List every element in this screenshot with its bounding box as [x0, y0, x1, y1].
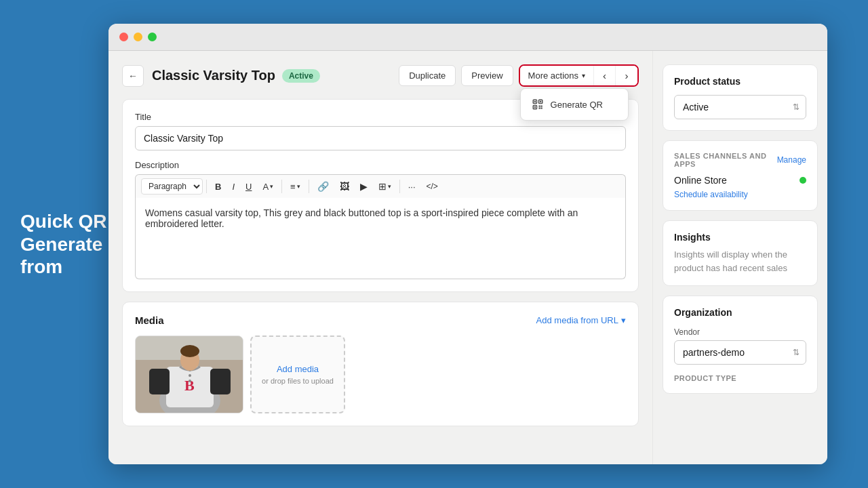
online-store-name: Online Store — [674, 175, 727, 186]
header-actions: Duplicate Preview More actions ▾ ‹ › — [399, 64, 639, 87]
svg-rect-4 — [540, 101, 541, 102]
more-actions-area: More actions ▾ ‹ › — [519, 64, 639, 87]
more-button[interactable]: ··· — [403, 179, 420, 195]
svg-rect-5 — [534, 106, 535, 108]
add-media-label: Add media from URL — [536, 315, 618, 325]
paragraph-select[interactable]: Paragraph — [141, 178, 203, 195]
sales-channels-title: SALES CHANNELS AND APPS — [674, 152, 777, 168]
traffic-lights — [119, 33, 157, 41]
tl-yellow[interactable] — [134, 33, 142, 41]
add-media-cta: Add media — [277, 364, 319, 374]
svg-text:B: B — [184, 377, 195, 394]
toolbar-divider-4 — [399, 180, 400, 193]
italic-button[interactable]: I — [227, 179, 239, 195]
svg-rect-3 — [534, 101, 535, 102]
generate-qr-item[interactable]: Generate QR — [521, 93, 628, 116]
media-header: Media Add media from URL ▾ — [135, 314, 626, 326]
media-grid: B Add media — [135, 336, 626, 413]
svg-point-20 — [189, 380, 191, 382]
svg-rect-8 — [540, 108, 542, 109]
nav-prev-button[interactable]: ‹ — [594, 66, 616, 85]
sales-channels-header: SALES CHANNELS AND APPS Manage — [674, 152, 806, 168]
back-button[interactable]: ← — [122, 65, 144, 87]
online-store-row: Online Store — [674, 175, 806, 186]
product-type-label: PRODUCT TYPE — [674, 374, 806, 382]
main-layout: ← Classic Varsity Top Active Duplicate P… — [108, 51, 827, 464]
page-title: Classic Varsity Top — [152, 68, 275, 83]
editor-body[interactable]: Womens casual varsity top, This grey and… — [135, 198, 626, 279]
toolbar-divider-3 — [309, 180, 309, 193]
title-input[interactable] — [135, 126, 626, 150]
status-badge: Active — [282, 69, 320, 83]
vendor-select[interactable]: partners-demo — [674, 340, 806, 365]
status-select-wrap: Active Draft Archived ⇅ — [674, 95, 806, 119]
svg-rect-10 — [540, 106, 542, 107]
image-button[interactable]: 🖼 — [335, 178, 354, 195]
bold-button[interactable]: B — [210, 179, 226, 195]
duplicate-button[interactable]: Duplicate — [399, 65, 456, 86]
page-area: ← Classic Varsity Top Active Duplicate P… — [108, 51, 652, 464]
organization-card: Organization Vendor partners-demo ⇅ PROD… — [663, 296, 818, 394]
svg-rect-9 — [538, 108, 540, 109]
more-actions-dropdown: Generate QR — [520, 88, 629, 121]
align-button[interactable]: ≡ ▾ — [285, 179, 305, 195]
underline-button[interactable]: U — [241, 179, 256, 195]
right-sidebar: Product status Active Draft Archived ⇅ S… — [652, 51, 827, 464]
add-media-arrow: ▾ — [621, 315, 626, 325]
product-image[interactable]: B — [135, 336, 243, 413]
nav-next-button[interactable]: › — [616, 66, 637, 85]
insights-title: Insights — [674, 232, 806, 243]
text-color-arrow: ▾ — [270, 183, 273, 190]
svg-rect-16 — [210, 369, 231, 394]
tl-red[interactable] — [119, 33, 128, 41]
svg-point-19 — [189, 374, 191, 377]
svg-rect-15 — [149, 369, 170, 394]
generate-qr-label: Generate QR — [551, 100, 603, 110]
editor-toolbar: Paragraph B I U A ▾ ≡ ▾ — [135, 174, 626, 198]
qr-icon — [532, 98, 544, 110]
insights-card: Insights Insights will display when the … — [663, 220, 818, 286]
media-section-title: Media — [135, 314, 164, 326]
code-button[interactable]: </> — [422, 179, 443, 194]
table-button[interactable]: ⊞ ▾ — [374, 178, 396, 195]
organization-title: Organization — [674, 307, 806, 318]
link-button[interactable]: 🔗 — [313, 178, 334, 195]
more-actions-chevron: ▾ — [582, 72, 585, 79]
varsity-jacket-svg: B — [136, 336, 243, 413]
add-media-link[interactable]: Add media from URL ▾ — [536, 315, 626, 325]
more-actions-button[interactable]: More actions ▾ — [520, 66, 594, 85]
preview-button[interactable]: Preview — [461, 65, 513, 86]
browser-window: ← Classic Varsity Top Active Duplicate P… — [108, 24, 827, 464]
browser-titlebar — [108, 24, 827, 51]
table-arrow: ▾ — [388, 183, 391, 190]
more-actions-label: More actions — [528, 70, 578, 81]
media-drop-zone[interactable]: Add media or drop files to upload — [250, 336, 345, 413]
table-icon: ⊞ — [378, 181, 387, 192]
media-card: Media Add media from URL ▾ — [122, 302, 639, 426]
drop-text: or drop files to upload — [262, 377, 334, 385]
toolbar-divider-1 — [206, 180, 207, 193]
toolbar-divider-2 — [281, 180, 282, 193]
product-status-card: Product status Active Draft Archived ⇅ — [663, 64, 818, 131]
vendor-select-wrap: partners-demo ⇅ — [674, 340, 806, 365]
align-arrow: ▾ — [297, 183, 300, 190]
description-label: Description — [135, 160, 626, 170]
video-button[interactable]: ▶ — [355, 178, 372, 195]
text-color-label: A — [262, 182, 269, 192]
manage-link[interactable]: Manage — [777, 155, 806, 165]
sales-channels-card: SALES CHANNELS AND APPS Manage Online St… — [663, 140, 818, 211]
schedule-availability-link[interactable]: Schedule availability — [674, 190, 806, 199]
vendor-label: Vendor — [674, 327, 806, 337]
sidebar-promo-label: Quick QR Generate from — [20, 210, 115, 279]
product-status-title: Product status — [674, 76, 806, 87]
title-card: Title Description Paragraph B I U A ▾ — [122, 99, 639, 292]
svg-rect-7 — [538, 106, 540, 107]
svg-point-22 — [180, 345, 199, 357]
description-text: Womens casual varsity top, This grey and… — [145, 207, 578, 229]
tl-green[interactable] — [148, 33, 157, 41]
status-select[interactable]: Active Draft Archived — [674, 95, 806, 119]
online-store-dot — [800, 177, 806, 184]
insights-description: Insights will display when the product h… — [674, 248, 806, 274]
page-header: ← Classic Varsity Top Active Duplicate P… — [122, 64, 639, 87]
text-color-button[interactable]: A ▾ — [258, 179, 278, 195]
